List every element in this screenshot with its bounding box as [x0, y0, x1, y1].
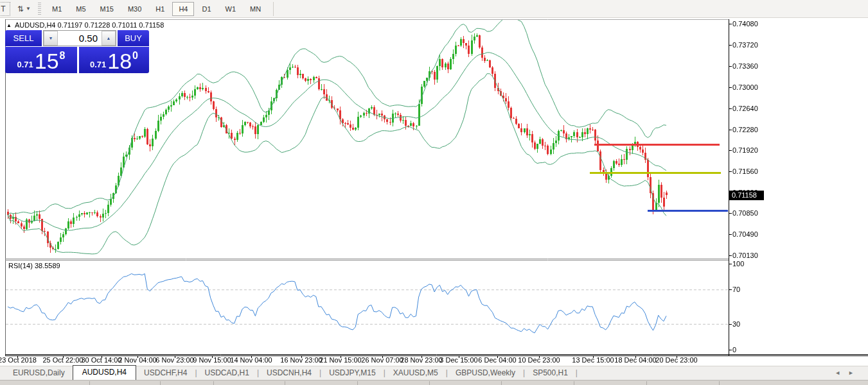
rsi-axis-label: 30: [732, 320, 740, 328]
price-axis-label: 0.72640: [732, 105, 758, 112]
rsi-indicator-label: RSI(14) 38.5589: [8, 262, 60, 270]
chart-tab-usdcad-h1[interactable]: USDCAD,H1: [197, 366, 257, 380]
buy-price-big: 18: [107, 50, 132, 72]
tab-divider: |: [576, 368, 578, 380]
volume-decrease-button[interactable]: ▼: [44, 31, 58, 46]
bottom-status-strip: [0, 380, 868, 385]
arrows-glyph: ⇅: [17, 4, 24, 13]
price-axis-label: 0.71560: [732, 167, 758, 175]
timeframe-m30[interactable]: M30: [121, 2, 148, 16]
time-axis-label: 6 Nov 23:00: [155, 356, 193, 364]
price-axis-label: 0.70130: [732, 252, 758, 259]
timeframe-m15[interactable]: M15: [94, 2, 120, 16]
time-axis-label: 25 Oct 22:00: [43, 356, 84, 364]
toolbar-separator: [273, 2, 274, 16]
timeframe-buttons: M1M5M15M30H1H4D1W1MN: [45, 2, 268, 16]
rsi-axis-label: 70: [732, 286, 740, 293]
tab-scroll-left-icon[interactable]: ◄: [835, 370, 848, 376]
chart-tab-usdcnh-h4[interactable]: USDCNH,H4: [259, 366, 319, 380]
chart-tab-audusd-h4[interactable]: AUDUSD,H4: [73, 365, 136, 380]
time-axis-label: 18 Dec 04:00: [614, 356, 656, 364]
time-axis-label: 28 Nov 23:00: [400, 356, 442, 364]
one-click-trade-panel: SELL ▼ ▲ BUY 0.71 15 8 0.71 18 0: [5, 30, 149, 73]
time-axis-label: 30 Oct 14:00: [82, 356, 122, 364]
price-axis-label: 0.73000: [732, 83, 758, 91]
time-axis-label: 20 Dec 23:00: [655, 356, 697, 364]
time-axis-label: 6 Dec 04:00: [478, 356, 516, 364]
status-strip-mark: [285, 381, 285, 385]
time-axis-label: 23 Oct 2018: [0, 356, 37, 364]
mt4-terminal: T ⇅ ▼ M1M5M15M30H1H4D1W1MN ▲ AUDUSD,H4 0…: [0, 0, 868, 385]
time-axis-label: 16 Nov 23:00: [280, 356, 322, 364]
status-strip-mark: [160, 381, 161, 385]
price-axis-label: 0.73720: [732, 41, 758, 49]
sell-price-prefix: 0.71: [17, 60, 33, 69]
rsi-axis-label: 0: [732, 346, 736, 354]
status-strip-mark: [501, 381, 502, 385]
buy-price-display[interactable]: 0.71 18 0: [79, 47, 149, 73]
top-toolbar: T ⇅ ▼ M1M5M15M30H1H4D1W1MN: [0, 0, 868, 18]
price-axis-label: 0.71920: [732, 146, 758, 154]
rsi-axis-label: 100: [732, 260, 744, 268]
timeframe-mn[interactable]: MN: [244, 2, 267, 16]
price-axis-label: 0.73360: [732, 62, 758, 70]
text-tool-icon[interactable]: T: [0, 2, 10, 16]
sell-price-display[interactable]: 0.71 15 8: [5, 47, 77, 73]
time-axis-label: 14 Nov 04:00: [230, 356, 272, 364]
time-axis-label: 2 Nov 04:00: [118, 356, 156, 364]
price-axis-label: 0.70490: [732, 230, 758, 238]
ohlc-text: AUDUSD,H4 0.71197 0.71228 0.71011 0.7115…: [15, 21, 164, 29]
chart-ohlc-title: ▲ AUDUSD,H4 0.71197 0.71228 0.71011 0.71…: [6, 21, 164, 29]
arrows-tool-icon[interactable]: ⇅ ▼: [17, 2, 31, 16]
price-axis-label: 0.72280: [732, 126, 758, 133]
collapse-panel-icon[interactable]: ▲: [6, 22, 12, 28]
timeframe-h1[interactable]: H1: [149, 2, 171, 16]
sell-price-big: 15: [35, 50, 59, 72]
status-strip-mark: [89, 381, 90, 385]
price-axis-label: 0.70850: [732, 209, 758, 217]
buy-button[interactable]: BUY: [118, 30, 149, 46]
timeframe-h4[interactable]: H4: [172, 2, 194, 16]
status-strip-mark: [646, 381, 647, 385]
volume-increase-button[interactable]: ▲: [102, 31, 116, 46]
sell-button[interactable]: SELL: [5, 30, 42, 46]
arrows-dropdown-caret[interactable]: ▼: [26, 6, 31, 12]
price-axis-label: 0.74080: [732, 20, 758, 28]
chart-tab-sp500-h1[interactable]: SP500,H1: [525, 366, 576, 380]
buy-price-prefix: 0.71: [90, 60, 106, 69]
time-axis-label: 21 Nov 15:00: [319, 356, 361, 364]
chart-tab-eurusd-daily[interactable]: EURUSD,Daily: [5, 366, 73, 380]
status-strip-mark: [429, 381, 430, 385]
status-strip-mark: [574, 381, 574, 385]
sell-price-pipette: 8: [60, 50, 66, 62]
chart-tabbar: EURUSD,DailyAUDUSD,H4USDCHF,H4|USDCAD,H1…: [0, 366, 868, 380]
tab-scroll-right-icon[interactable]: ►: [848, 370, 862, 376]
timeframe-w1[interactable]: W1: [219, 2, 243, 16]
chart-tab-usdjpy-m15[interactable]: USDJPY,M15: [321, 366, 383, 380]
chart-tab-gbpusd-weekly[interactable]: GBPUSD,Weekly: [448, 366, 523, 380]
time-axis-label: 9 Nov 15:00: [193, 356, 231, 364]
status-strip-mark: [719, 381, 720, 385]
status-strip-mark: [213, 381, 214, 385]
current-price-tag: 0.71158: [729, 191, 764, 200]
toolbar-drag-handle[interactable]: [38, 3, 41, 15]
time-axis-label: 10 Dec 23:00: [518, 356, 560, 364]
timeframe-m5[interactable]: M5: [69, 2, 92, 16]
volume-input[interactable]: [58, 31, 102, 46]
timeframe-d1[interactable]: D1: [195, 2, 217, 16]
timeframe-m1[interactable]: M1: [46, 2, 68, 16]
chart-tab-usdchf-h4[interactable]: USDCHF,H4: [136, 366, 195, 380]
volume-stepper: ▼ ▲: [43, 30, 116, 46]
time-axis-label: 3 Dec 15:00: [439, 356, 477, 364]
time-axis-label: 26 Nov 07:00: [361, 356, 403, 364]
status-strip-mark: [357, 381, 358, 385]
tab-scroll-buttons: ◄►: [835, 370, 862, 376]
buy-price-pipette: 0: [132, 50, 138, 62]
chart-tab-xauusd-m5[interactable]: XAUUSD,M5: [385, 366, 446, 380]
time-axis-label: 13 Dec 15:00: [572, 356, 614, 364]
